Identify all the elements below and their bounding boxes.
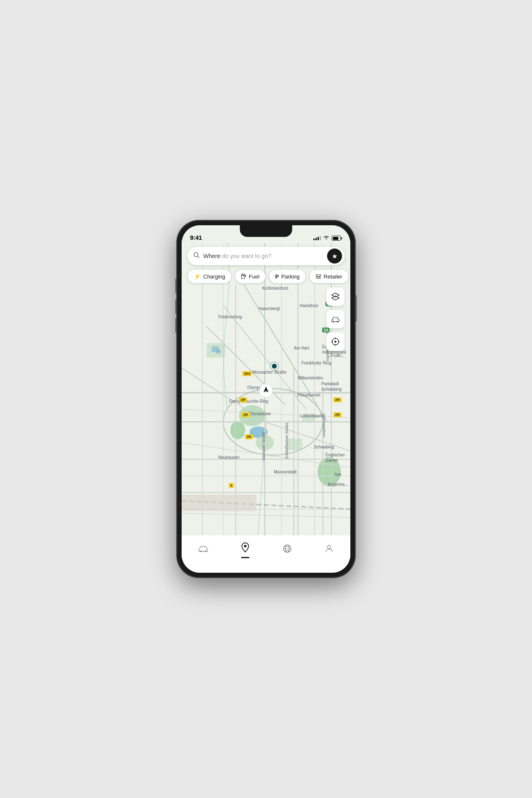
badge-2r5: 2R [245, 434, 253, 439]
nav-vehicle[interactable] [191, 541, 215, 559]
signal-bars-icon [313, 236, 321, 240]
svg-line-33 [182, 513, 350, 517]
chip-fuel[interactable]: Fuel [235, 269, 266, 283]
svg-rect-6 [288, 438, 302, 450]
chip-parking[interactable]: P Parking [269, 269, 306, 283]
nav-profile[interactable] [318, 540, 341, 559]
phone-screen: Hasenbergl Feldmoching Am Hart Euro-Indu… [182, 225, 350, 573]
badge-2: 2 [229, 483, 234, 488]
fuel-icon [241, 273, 246, 280]
profile-nav-icon [324, 544, 334, 556]
notch [240, 225, 292, 237]
badge-2r1: 2R [239, 397, 247, 402]
location-dot [271, 362, 278, 370]
parking-icon: P [275, 273, 279, 280]
svg-point-56 [244, 545, 246, 547]
svg-point-46 [333, 321, 334, 322]
phone-container: Hasenbergl Feldmoching Am Hart Euro-Indu… [177, 220, 355, 578]
svg-rect-4 [302, 414, 315, 422]
chip-retailer-label: Retailer [324, 273, 342, 280]
svg-rect-42 [317, 276, 320, 278]
badge-2r4: 2R [333, 412, 342, 417]
car-button[interactable] [326, 310, 345, 328]
svg-line-39 [198, 256, 200, 258]
svg-point-55 [204, 550, 206, 552]
map-controls [326, 288, 345, 351]
status-time: 9:41 [190, 234, 202, 241]
svg-marker-44 [332, 293, 339, 297]
nav-arrow [259, 383, 273, 398]
svg-marker-45 [332, 296, 339, 300]
svg-point-54 [200, 550, 202, 552]
globe-nav-icon [282, 544, 292, 556]
badge-2r2: 2R [333, 397, 342, 402]
svg-point-49 [335, 341, 337, 343]
layers-button[interactable] [326, 288, 345, 306]
status-icons [313, 235, 342, 241]
search-where: Where [203, 253, 220, 259]
svg-point-62 [328, 545, 331, 549]
battery-icon [332, 236, 342, 241]
chip-retailer[interactable]: Retailer [309, 269, 349, 283]
svg-rect-41 [242, 275, 244, 276]
nav-map[interactable] [234, 539, 256, 562]
filter-chips: ⚡ Charging Fuel P Parking [187, 269, 345, 283]
charging-icon: ⚡ [194, 273, 201, 280]
badge-2r3: 2R [241, 412, 250, 417]
nav-globe[interactable] [276, 540, 299, 559]
nav-active-indicator [241, 557, 249, 558]
badge-304: 304 [242, 371, 252, 376]
svg-rect-36 [182, 495, 256, 511]
svg-line-22 [265, 422, 350, 451]
map-nav-icon [241, 542, 250, 555]
svg-line-32 [182, 409, 350, 418]
search-placeholder[interactable]: Where do you want to go? [203, 253, 324, 259]
svg-point-47 [337, 321, 338, 322]
locate-button[interactable] [326, 332, 345, 351]
chip-fuel-label: Fuel [249, 273, 259, 280]
svg-rect-9 [216, 350, 221, 354]
chip-charging[interactable]: ⚡ Charging [187, 269, 232, 283]
bottom-nav [182, 535, 350, 573]
favorites-button[interactable]: ★ [327, 249, 342, 264]
svg-rect-40 [241, 274, 245, 278]
chip-parking-label: Parking [281, 273, 300, 280]
wifi-icon [323, 235, 329, 241]
svg-point-3 [230, 421, 245, 439]
search-rest: do you want to go? [220, 253, 271, 259]
search-icon [193, 252, 200, 260]
chip-charging-label: Charging [203, 273, 225, 280]
search-bar[interactable]: Where do you want to go? ★ [187, 247, 345, 265]
retailer-icon [315, 273, 321, 280]
svg-point-5 [318, 457, 341, 486]
star-icon: ★ [332, 252, 337, 260]
vehicle-nav-icon [198, 544, 209, 555]
